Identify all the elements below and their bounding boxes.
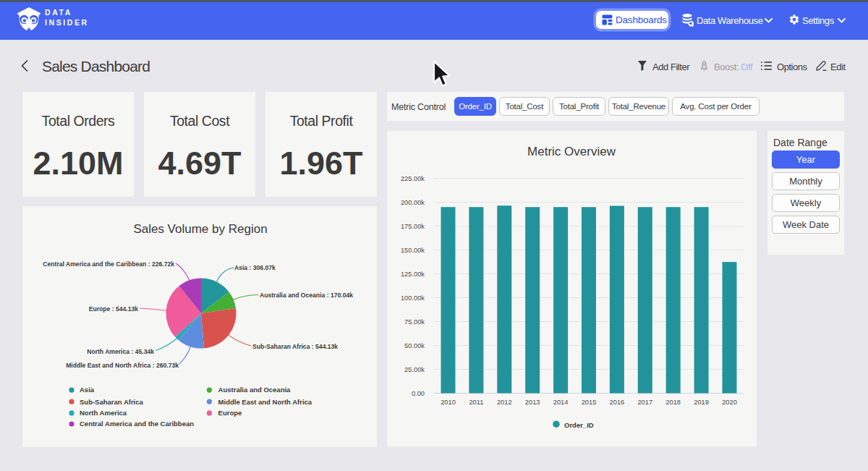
svg-text:2020: 2020 — [722, 399, 737, 406]
svg-text:Australia and Oceania: Australia and Oceania — [218, 386, 292, 394]
svg-text:25.00k: 25.00k — [404, 366, 425, 373]
svg-text:Sub-Saharan Africa : 544.13k: Sub-Saharan Africa : 544.13k — [252, 343, 338, 350]
svg-text:Europe : 544.13k: Europe : 544.13k — [89, 305, 139, 313]
svg-text:Europe: Europe — [218, 409, 242, 417]
svg-text:Metric Overview: Metric Overview — [527, 145, 616, 158]
svg-text:150.00k: 150.00k — [401, 247, 425, 254]
svg-text:50.00k: 50.00k — [404, 342, 425, 349]
svg-text:100.00k: 100.00k — [401, 294, 425, 302]
svg-text:Order_ID: Order_ID — [564, 421, 594, 429]
svg-text:2015: 2015 — [582, 399, 597, 406]
svg-text:2013: 2013 — [525, 399, 540, 406]
svg-text:2016: 2016 — [610, 399, 625, 406]
svg-text:0.00: 0.00 — [412, 390, 425, 397]
svg-text:Asia : 306.07k: Asia : 306.07k — [234, 264, 276, 271]
svg-text:Central America and the Caribb: Central America and the Caribbean — [80, 420, 194, 428]
svg-text:2017: 2017 — [637, 399, 652, 406]
svg-text:Middle East and North Africa: Middle East and North Africa — [218, 398, 312, 406]
svg-text:Middle East and North Africa :: Middle East and North Africa : 260.73k — [66, 362, 179, 369]
svg-text:Central America and the Caribb: Central America and the Caribbean : 226.… — [43, 260, 174, 268]
svg-text:225.00k: 225.00k — [401, 175, 425, 182]
svg-text:Sub-Saharan Africa: Sub-Saharan Africa — [80, 398, 144, 406]
svg-text:North America : 45.34k: North America : 45.34k — [87, 348, 154, 355]
svg-text:200.00k: 200.00k — [401, 199, 425, 206]
svg-text:125.00k: 125.00k — [401, 271, 425, 278]
svg-text:75.00k: 75.00k — [404, 318, 425, 326]
svg-text:2011: 2011 — [469, 399, 483, 406]
svg-text:2019: 2019 — [694, 399, 709, 406]
svg-text:Asia: Asia — [80, 386, 95, 394]
svg-text:2018: 2018 — [665, 399, 681, 406]
svg-text:North America: North America — [80, 409, 127, 417]
svg-text:2012: 2012 — [497, 399, 512, 406]
svg-text:Sales Volume by Region: Sales Volume by Region — [133, 222, 267, 236]
svg-text:2010: 2010 — [441, 399, 456, 406]
svg-text:Australia and Oceania : 170.04: Australia and Oceania : 170.04k — [260, 292, 353, 299]
svg-text:2014: 2014 — [553, 399, 569, 406]
svg-text:175.00k: 175.00k — [401, 223, 425, 230]
